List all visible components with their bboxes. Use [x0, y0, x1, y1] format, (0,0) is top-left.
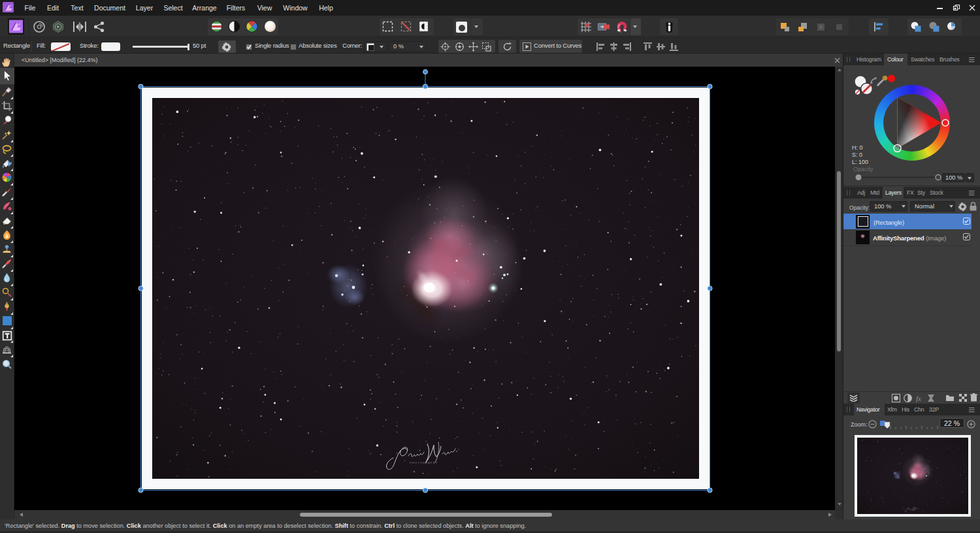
svg-text:PHOTOGRAPHY: PHOTOGRAPHY [410, 462, 438, 464]
svg-text:fx: fx [916, 395, 921, 402]
